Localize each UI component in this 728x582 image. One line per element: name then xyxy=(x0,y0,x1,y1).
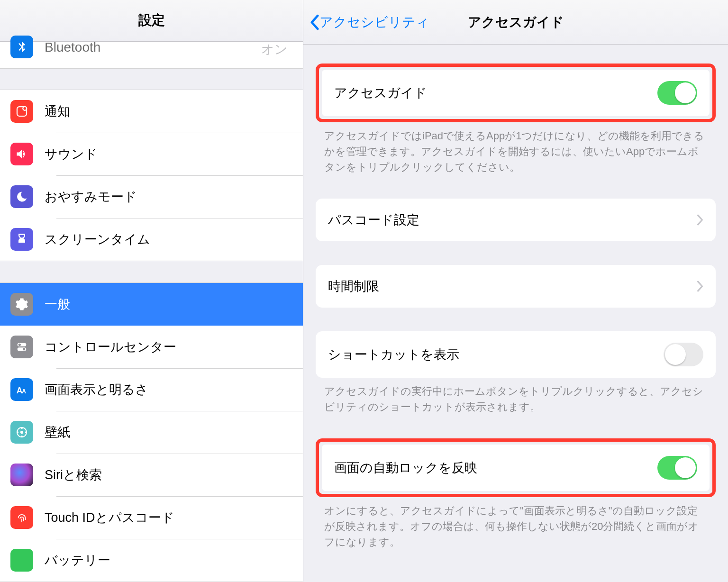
sidebar-item-label: 一般 xyxy=(45,296,292,313)
sidebar-item-label: Touch IDとパスコード xyxy=(45,509,292,526)
cell-label: 時間制限 xyxy=(328,278,697,295)
chevron-right-icon xyxy=(697,214,703,226)
sidebar-item-label: Siriと検索 xyxy=(45,466,292,483)
sidebar-item-label: 画面表示と明るさ xyxy=(45,381,292,398)
highlight-annotation: 画面の自動ロックを反映 xyxy=(316,438,716,497)
notifications-icon xyxy=(10,100,33,123)
wallpaper-icon xyxy=(10,421,33,444)
touchid-icon xyxy=(10,506,33,529)
sidebar-item-battery[interactable]: バッテリー xyxy=(0,539,303,582)
siri-icon xyxy=(10,464,33,486)
detail-header: アクセシビリティ アクセスガイド xyxy=(303,0,728,45)
controlcenter-icon xyxy=(10,336,33,358)
chevron-left-icon xyxy=(310,14,319,30)
sidebar-item-sounds[interactable]: サウンド xyxy=(0,133,303,175)
sidebar-item-label: バッテリー xyxy=(45,552,292,569)
sidebar-item-detail: オン xyxy=(261,41,288,58)
cell-show-shortcut-toggle[interactable]: ショートカットを表示 xyxy=(316,331,716,378)
screentime-icon xyxy=(10,228,33,251)
cell-label: 画面の自動ロックを反映 xyxy=(334,459,657,476)
sounds-icon xyxy=(10,143,33,165)
sidebar-group-partial: Bluetooth オン xyxy=(0,42,303,69)
cell-access-guide-toggle[interactable]: アクセスガイド xyxy=(322,70,710,116)
sidebar-header: 設定 xyxy=(0,0,303,42)
settings-sidebar: 設定 Bluetooth オン 通知 サウンド お xyxy=(0,0,303,582)
display-icon: AA xyxy=(10,378,33,401)
cell-label: パスコード設定 xyxy=(328,211,697,228)
sidebar-title: 設定 xyxy=(138,11,165,29)
chevron-right-icon xyxy=(697,281,703,292)
sidebar-item-touchid[interactable]: Touch IDとパスコード xyxy=(0,496,303,539)
sidebar-item-general[interactable]: 一般 xyxy=(0,283,303,326)
toggle-switch[interactable] xyxy=(657,456,697,480)
sidebar-item-display[interactable]: AA 画面表示と明るさ xyxy=(0,368,303,411)
section-footer: アクセスガイドの実行中にホームボタンをトリプルクリックすると、アクセシビリティの… xyxy=(316,378,716,415)
sidebar-item-label: スクリーンタイム xyxy=(45,231,292,248)
sidebar-item-label: おやすみモード xyxy=(45,188,292,205)
sidebar-item-dnd[interactable]: おやすみモード xyxy=(0,175,303,218)
sidebar-item-label: 通知 xyxy=(45,103,292,120)
highlight-annotation: アクセスガイド xyxy=(316,64,716,122)
sidebar-item-bluetooth[interactable]: Bluetooth オン xyxy=(0,42,303,68)
bluetooth-icon xyxy=(10,36,33,58)
svg-point-10 xyxy=(21,427,23,429)
back-button[interactable]: アクセシビリティ xyxy=(303,13,429,31)
svg-point-12 xyxy=(17,431,18,433)
cell-auto-lock-toggle[interactable]: 画面の自動ロックを反映 xyxy=(322,445,710,491)
toggle-switch[interactable] xyxy=(657,81,697,105)
detail-title: アクセスガイド xyxy=(468,13,564,31)
dnd-icon xyxy=(10,185,33,208)
cell-passcode-settings[interactable]: パスコード設定 xyxy=(316,199,716,241)
sidebar-item-label: 壁紙 xyxy=(45,424,292,441)
sidebar-item-label: コントロールセンター xyxy=(45,338,292,355)
sidebar-item-label: サウンド xyxy=(45,146,292,163)
sidebar-item-siri[interactable]: Siriと検索 xyxy=(0,454,303,496)
sidebar-group-2: 一般 コントロールセンター AA 画面表示と明るさ 壁紙 Siriと検索 xyxy=(0,282,303,582)
battery-icon xyxy=(10,549,33,572)
sidebar-item-wallpaper[interactable]: 壁紙 xyxy=(0,411,303,454)
svg-point-9 xyxy=(20,431,23,434)
cell-label: ショートカットを表示 xyxy=(328,346,664,363)
cell-label: アクセスガイド xyxy=(334,84,657,101)
detail-pane: アクセシビリティ アクセスガイド アクセスガイド アクセスガイドではiPadで使… xyxy=(303,0,728,582)
svg-point-11 xyxy=(21,436,23,437)
sidebar-item-screentime[interactable]: スクリーンタイム xyxy=(0,218,303,261)
back-label: アクセシビリティ xyxy=(319,13,429,31)
sidebar-item-notifications[interactable]: 通知 xyxy=(0,90,303,133)
svg-text:A: A xyxy=(22,388,26,395)
cell-time-limit[interactable]: 時間制限 xyxy=(316,265,716,308)
svg-point-3 xyxy=(18,344,21,346)
section-footer: アクセスガイドではiPadで使えるAppが1つだけになり、どの機能を利用できるか… xyxy=(316,122,716,175)
svg-point-5 xyxy=(23,348,25,350)
svg-point-13 xyxy=(25,431,27,433)
toggle-switch[interactable] xyxy=(664,343,703,366)
general-icon xyxy=(10,293,33,316)
sidebar-group-1: 通知 サウンド おやすみモード スクリーンタイム xyxy=(0,90,303,261)
sidebar-item-label: Bluetooth xyxy=(45,41,261,54)
svg-point-1 xyxy=(23,107,27,110)
section-footer: オンにすると、アクセスガイドによって"画面表示と明るさ"の自動ロック設定が反映さ… xyxy=(316,497,716,550)
sidebar-item-controlcenter[interactable]: コントロールセンター xyxy=(0,326,303,368)
